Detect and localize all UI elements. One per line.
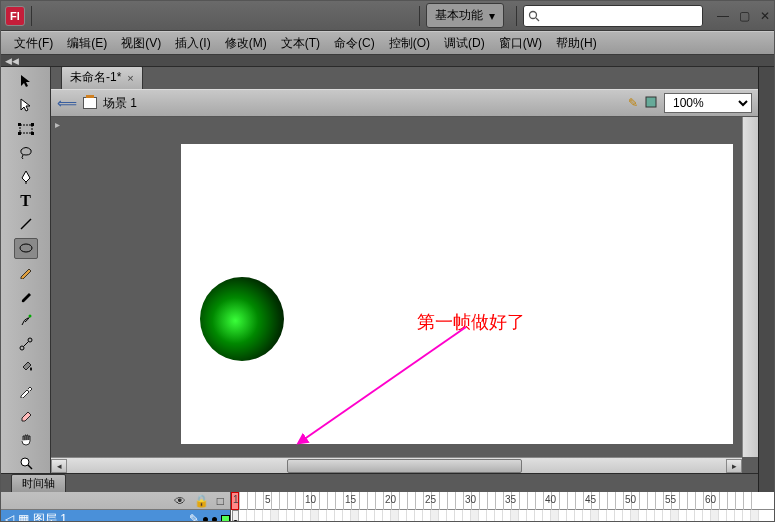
- tick-label: 55: [665, 494, 676, 505]
- tools-panel: T: [1, 67, 51, 473]
- visibility-header-icon[interactable]: 👁: [174, 494, 186, 508]
- svg-line-7: [21, 219, 31, 229]
- layer-panel: 👁 🔒 □ ◁ ▦ 图层 1 ✎: [1, 492, 231, 522]
- tick-label: 1: [233, 494, 239, 505]
- menu-commands[interactable]: 命令(C): [327, 32, 382, 55]
- tick-label: 50: [625, 494, 636, 505]
- horizontal-scrollbar[interactable]: ◂ ▸: [51, 457, 742, 473]
- scene-icon: [83, 97, 97, 109]
- svg-rect-6: [31, 132, 34, 135]
- svg-line-1: [536, 18, 539, 21]
- menu-text[interactable]: 文本(T): [274, 32, 327, 55]
- annotation-text: 第一帧做好了: [417, 310, 525, 334]
- app-icon: Fl: [5, 6, 25, 26]
- line-tool[interactable]: [14, 214, 38, 235]
- bone-tool[interactable]: [14, 333, 38, 354]
- menu-view[interactable]: 视图(V): [114, 32, 168, 55]
- paint-bucket-tool[interactable]: [14, 357, 38, 378]
- menu-insert[interactable]: 插入(I): [168, 32, 217, 55]
- scene-bar: ⟸ 场景 1 ✎ 100%: [51, 89, 758, 117]
- layer-outline-swatch[interactable]: [221, 515, 230, 523]
- pen-tool[interactable]: [14, 166, 38, 187]
- workspace-dropdown[interactable]: 基本功能 ▾: [426, 3, 504, 28]
- pencil-tool[interactable]: [14, 262, 38, 283]
- tick-label: 10: [305, 494, 316, 505]
- tick-label: 45: [585, 494, 596, 505]
- svg-rect-4: [31, 123, 34, 126]
- menu-help[interactable]: 帮助(H): [549, 32, 604, 55]
- zoom-tool[interactable]: [14, 452, 38, 473]
- svg-point-11: [28, 338, 32, 342]
- lock-header-icon[interactable]: 🔒: [194, 494, 209, 508]
- canvas-container: ▸ 第一帧做好了 ◂ ▸: [51, 117, 758, 473]
- scene-label: 场景 1: [103, 95, 137, 112]
- tick-label: 35: [505, 494, 516, 505]
- outline-header-icon[interactable]: □: [217, 494, 224, 508]
- svg-rect-3: [18, 123, 21, 126]
- svg-point-10: [20, 346, 24, 350]
- svg-line-14: [28, 465, 32, 469]
- eyedropper-tool[interactable]: [14, 381, 38, 402]
- layer-nav-icon: ◁: [5, 512, 14, 522]
- scroll-thumb[interactable]: [287, 459, 522, 473]
- layer-name: 图层 1: [33, 511, 185, 523]
- menu-edit[interactable]: 编辑(E): [60, 32, 114, 55]
- workspace-label: 基本功能: [435, 7, 483, 24]
- eraser-tool[interactable]: [14, 405, 38, 426]
- lasso-tool[interactable]: [14, 142, 38, 163]
- search-input[interactable]: [543, 9, 698, 23]
- tick-label: 30: [465, 494, 476, 505]
- minimize-button[interactable]: —: [717, 9, 729, 23]
- menu-debug[interactable]: 调试(D): [437, 32, 492, 55]
- scroll-left-button[interactable]: ◂: [51, 459, 67, 473]
- svg-rect-15: [646, 97, 656, 107]
- symbol-icon[interactable]: [644, 95, 658, 112]
- title-bar: Fl 基本功能 ▾ — ▢ ✕: [1, 1, 774, 31]
- subselection-tool[interactable]: [14, 95, 38, 116]
- scene-back-button[interactable]: ⟸: [57, 95, 77, 111]
- svg-point-9: [28, 314, 31, 317]
- layer-row[interactable]: ◁ ▦ 图层 1 ✎: [1, 510, 230, 522]
- brush-tool[interactable]: [14, 285, 38, 306]
- menu-window[interactable]: 窗口(W): [492, 32, 549, 55]
- hand-tool[interactable]: [14, 428, 38, 449]
- close-tab-icon[interactable]: ×: [127, 72, 133, 84]
- frame-ruler[interactable]: 151015202530354045505560: [231, 492, 774, 510]
- layer-lock-dot[interactable]: [212, 517, 217, 522]
- right-panel-collapsed[interactable]: [758, 67, 774, 522]
- frames-area: 151015202530354045505560: [231, 492, 774, 522]
- tick-label: 25: [425, 494, 436, 505]
- close-button[interactable]: ✕: [760, 9, 770, 23]
- free-transform-tool[interactable]: [14, 119, 38, 140]
- tick-label: 60: [705, 494, 716, 505]
- scroll-right-button[interactable]: ▸: [726, 459, 742, 473]
- frames-row[interactable]: [231, 510, 774, 522]
- deco-tool[interactable]: [14, 309, 38, 330]
- menu-control[interactable]: 控制(O): [382, 32, 437, 55]
- chevron-down-icon: ▾: [489, 9, 495, 23]
- tick-label: 5: [265, 494, 271, 505]
- layer-visible-dot[interactable]: [203, 517, 208, 522]
- zoom-select[interactable]: 100%: [664, 93, 752, 113]
- selection-tool[interactable]: [14, 71, 38, 92]
- svg-point-8: [20, 244, 32, 252]
- tick-label: 15: [345, 494, 356, 505]
- green-sphere-graphic[interactable]: [200, 277, 284, 361]
- search-box[interactable]: [523, 5, 703, 27]
- vertical-scrollbar[interactable]: [742, 117, 758, 457]
- edit-scene-icon[interactable]: ✎: [628, 96, 638, 110]
- menu-file[interactable]: 文件(F): [7, 32, 60, 55]
- panel-shelf[interactable]: ◀◀: [1, 55, 774, 67]
- document-tab[interactable]: 未命名-1* ×: [61, 65, 143, 89]
- oval-tool[interactable]: [14, 238, 38, 259]
- menu-modify[interactable]: 修改(M): [218, 32, 274, 55]
- keyframe-1[interactable]: [232, 510, 239, 522]
- timeline-tab[interactable]: 时间轴: [11, 474, 66, 493]
- timeline-panel: 时间轴 👁 🔒 □ ◁ ▦ 图层 1 ✎ 1510152025303540455…: [1, 473, 774, 522]
- maximize-button[interactable]: ▢: [739, 9, 750, 23]
- document-tab-title: 未命名-1*: [70, 69, 121, 86]
- menu-bar: 文件(F) 编辑(E) 视图(V) 插入(I) 修改(M) 文本(T) 命令(C…: [1, 31, 774, 55]
- layer-pencil-icon: ✎: [189, 512, 199, 522]
- text-tool[interactable]: T: [14, 190, 38, 211]
- svg-point-13: [21, 458, 29, 466]
